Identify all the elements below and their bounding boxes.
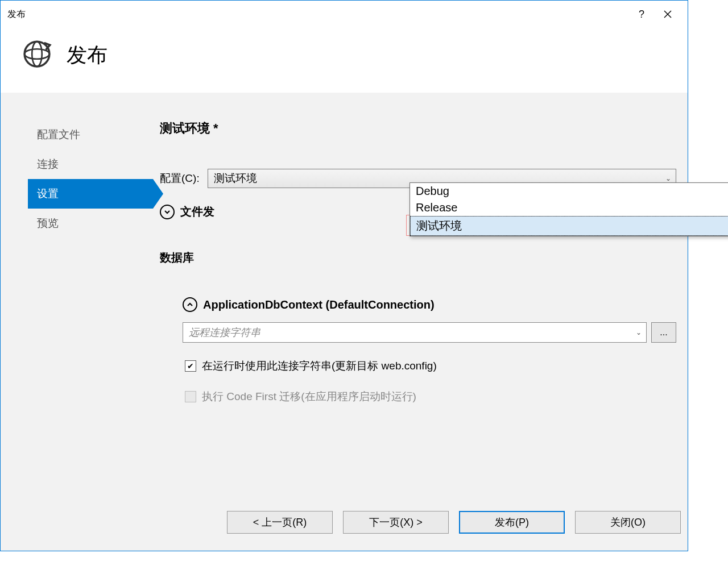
connection-placeholder: 远程连接字符串 — [189, 326, 260, 339]
main-pane: 测试环境 * 配置(C): 测试环境 ⌄ 文件发 Debug Release 测… — [160, 120, 688, 501]
help-button[interactable]: ? — [628, 5, 655, 23]
db-group: ApplicationDbContext (DefaultConnection)… — [160, 297, 681, 404]
sidebar-item-profiles[interactable]: 配置文件 — [28, 120, 153, 149]
config-value: 测试环境 — [214, 171, 257, 186]
use-conn-label: 在运行时使用此连接字符串(更新目标 web.config) — [202, 359, 437, 373]
footer: < 上一页(R) 下一页(X) > 发布(P) 关闭(O) — [1, 501, 688, 551]
header-title: 发布 — [67, 41, 107, 69]
body: 配置文件 连接 设置 预览 测试环境 * 配置(C): 测试环境 ⌄ 文件发 — [1, 93, 688, 501]
chevron-down-icon: ⌄ — [665, 174, 671, 182]
browse-connection-button[interactable]: ... — [651, 322, 676, 343]
titlebar: 发布 ? — [1, 1, 688, 28]
sidebar-item-settings[interactable]: 设置 — [28, 179, 153, 209]
codefirst-check-row: 执行 Code First 迁移(在应用程序启动时运行) — [185, 389, 681, 404]
use-conn-checkbox[interactable]: ✔ — [185, 360, 196, 372]
svg-point-2 — [24, 41, 49, 66]
close-window-button[interactable] — [655, 5, 681, 23]
file-publish-label: 文件发 — [180, 204, 214, 219]
use-conn-check-row: ✔ 在运行时使用此连接字符串(更新目标 web.config) — [185, 359, 681, 373]
close-button[interactable]: 关闭(O) — [575, 511, 681, 534]
dbcontext-row: ApplicationDbContext (DefaultConnection) — [183, 297, 681, 312]
dbcontext-label: ApplicationDbContext (DefaultConnection) — [203, 298, 435, 311]
dropdown-item-test-env[interactable]: 测试环境 — [410, 216, 728, 236]
dropdown-item-release[interactable]: Release — [410, 199, 728, 216]
config-dropdown: Debug Release 测试环境 — [410, 182, 728, 236]
codefirst-checkbox — [185, 391, 196, 402]
svg-point-3 — [24, 49, 49, 59]
next-button[interactable]: 下一页(X) > — [343, 511, 449, 534]
sidebar-item-connection[interactable]: 连接 — [28, 149, 153, 179]
collapse-dbcontext-button[interactable] — [183, 297, 197, 312]
publish-button[interactable]: 发布(P) — [459, 511, 565, 534]
expand-file-publish-button[interactable] — [160, 205, 175, 219]
codefirst-label: 执行 Code First 迁移(在应用程序启动时运行) — [202, 389, 416, 404]
svg-point-4 — [32, 41, 42, 66]
chevron-down-icon: ⌄ — [636, 328, 642, 336]
config-label: 配置(C): — [160, 171, 200, 186]
connection-row: 远程连接字符串 ⌄ ... — [183, 322, 681, 343]
window-title: 发布 — [7, 9, 26, 20]
publish-dialog: 发布 ? 发布 配置文件 连接 设置 预览 测试环境 * 配置( — [0, 0, 688, 551]
sidebar: 配置文件 连接 设置 预览 — [1, 120, 160, 501]
sidebar-item-preview[interactable]: 预览 — [28, 209, 153, 238]
prev-button[interactable]: < 上一页(R) — [227, 511, 333, 534]
publish-globe-icon — [21, 38, 53, 72]
profile-title: 测试环境 * — [160, 120, 681, 137]
dropdown-item-debug[interactable]: Debug — [410, 183, 728, 199]
database-section-title: 数据库 — [160, 250, 681, 265]
header: 发布 — [1, 28, 688, 93]
connection-string-input[interactable]: 远程连接字符串 ⌄ — [183, 322, 647, 343]
